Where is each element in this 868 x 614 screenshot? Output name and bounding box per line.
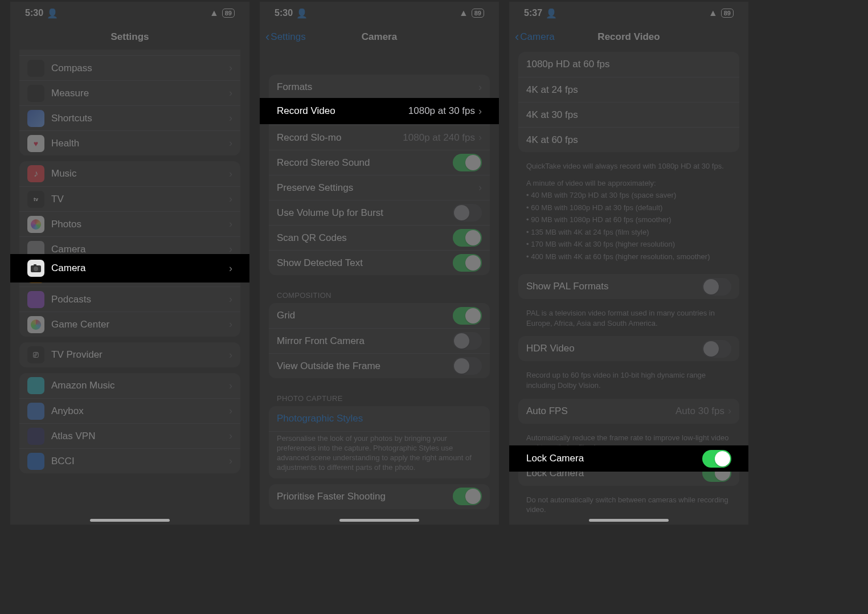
highlight-lock-camera[interactable]: Lock Camera [509, 445, 748, 472]
shortcuts-icon [27, 110, 44, 127]
toggle-detected-text[interactable] [453, 254, 482, 272]
toggle-grid[interactable] [453, 307, 482, 325]
toggle-lock-camera-highlight[interactable] [702, 450, 731, 468]
option-4k60[interactable]: 4K at 60 fps [518, 127, 739, 152]
approx-400: • 400 MB with 4K at 60 fps (higher resol… [509, 252, 748, 269]
list-item-podcasts[interactable]: Podcasts› [19, 286, 240, 312]
music-icon: ♪ [27, 165, 44, 182]
row-photographic-styles[interactable]: Photographic Styles [269, 406, 490, 431]
tv-icon: tv [27, 191, 44, 208]
battery-icon: 89 [472, 9, 484, 18]
styles-footer: Personalise the look of your photos by b… [269, 431, 490, 478]
list-item-gamecenter[interactable]: Game Center› [19, 312, 240, 337]
row-record-slomo[interactable]: Record Slo-mo1080p at 240 fps› [269, 125, 490, 150]
row-grid[interactable]: Grid [269, 303, 490, 328]
row-stereo[interactable]: Record Stereo Sound [269, 150, 490, 175]
row-mirror[interactable]: Mirror Front Camera [269, 328, 490, 353]
highlight-camera[interactable]: Camera › [10, 254, 249, 283]
back-button[interactable]: ‹Camera [515, 31, 555, 43]
list-item-anybox[interactable]: Anybox› [19, 398, 240, 423]
status-bar: 5:37👤 ▲ 89 [509, 2, 748, 24]
highlight-record-video[interactable]: Record Video 1080p at 30 fps › [260, 98, 499, 124]
screen-settings: 5:30👤 ▲ 89 Settings › Compass› Measure› … [10, 2, 249, 525]
atlasvpn-icon [27, 428, 44, 445]
chevron-right-icon: › [478, 132, 482, 144]
list-item-music[interactable]: ♪Music› [19, 161, 240, 186]
chevron-right-icon: › [229, 263, 232, 275]
camera-icon [27, 260, 44, 277]
wifi-icon: ▲ [210, 8, 219, 18]
row-volume-burst[interactable]: Use Volume Up for Burst [269, 200, 490, 225]
list-item-health[interactable]: ♥Health› [19, 130, 240, 155]
row-pal[interactable]: Show PAL Formats [518, 274, 739, 299]
list-item-atlasvpn[interactable]: Atlas VPN› [19, 423, 240, 448]
option-4k24[interactable]: 4K at 24 fps [518, 77, 739, 102]
row-detected-text[interactable]: Show Detected Text [269, 250, 490, 275]
chevron-right-icon: › [229, 168, 232, 180]
section-photo: PHOTO CAPTURE [260, 384, 499, 406]
wifi-icon: ▲ [709, 8, 718, 18]
screen-camera-settings: 5:30👤 ▲ 89 ‹Settings Camera Formats› Rec… [260, 2, 499, 525]
chevron-right-icon: › [229, 293, 232, 305]
toggle-view-outside[interactable] [453, 357, 482, 375]
toggle-mirror[interactable] [453, 332, 482, 350]
svg-point-1 [34, 267, 38, 271]
toggle-prioritise[interactable] [453, 488, 482, 505]
list-item-amazonmusic[interactable]: Amazon Music› [19, 373, 240, 398]
list-item-compass[interactable]: Compass› [19, 55, 240, 80]
row-view-outside[interactable]: View Outside the Frame [269, 353, 490, 378]
bcci-icon [27, 453, 44, 470]
list-item-shortcuts[interactable]: Shortcuts› [19, 105, 240, 130]
toggle-stereo[interactable] [453, 154, 482, 171]
list-item-tvprovider[interactable]: ⎚TV Provider› [19, 342, 240, 367]
back-button[interactable]: ‹Settings [265, 31, 306, 43]
status-time: 5:30 [275, 8, 293, 18]
approx-135: • 135 MB with 4K at 24 fps (film style) [509, 227, 748, 240]
list-item-tv[interactable]: tvTV› [19, 186, 240, 211]
row-prioritise[interactable]: Prioritise Faster Shooting [269, 484, 490, 509]
chevron-right-icon: › [229, 405, 232, 417]
list-item-bcci[interactable]: BCCI› [19, 448, 240, 473]
approx-60: • 60 MB with 1080p HD at 30 fps (default… [509, 203, 748, 215]
page-title: Settings [110, 31, 149, 43]
home-indicator[interactable] [589, 519, 669, 522]
person-icon: 👤 [296, 8, 308, 19]
gamecenter-icon [27, 316, 44, 333]
row-autofps[interactable]: Auto FPSAuto 30 fps› [518, 399, 739, 424]
chevron-right-icon: › [229, 218, 232, 230]
chevron-right-icon: › [229, 455, 232, 467]
status-time: 5:30 [25, 8, 43, 18]
row-qr[interactable]: Scan QR Codes [269, 225, 490, 250]
status-time: 5:37 [524, 8, 542, 18]
amazonmusic-icon [27, 377, 44, 394]
tvprovider-icon: ⎚ [27, 346, 44, 363]
option-1080p60[interactable]: 1080p HD at 60 fps [518, 52, 739, 77]
toggle-hdr[interactable] [702, 340, 731, 358]
list-item-measure[interactable]: Measure› [19, 80, 240, 105]
battery-icon: 89 [222, 9, 235, 18]
chevron-right-icon: › [229, 430, 232, 442]
toggle-pal[interactable] [702, 278, 731, 296]
list-item-photos[interactable]: Photos› [19, 211, 240, 236]
pal-footer: PAL is a television video format used in… [509, 305, 748, 330]
toggle-qr[interactable] [453, 229, 482, 247]
chevron-right-icon: › [478, 105, 482, 117]
home-indicator[interactable] [339, 519, 419, 522]
hdr-footer: Record up to 60 fps video in 10-bit high… [509, 367, 748, 392]
home-indicator[interactable] [90, 519, 170, 522]
photos-icon [27, 216, 44, 233]
person-icon: 👤 [47, 8, 58, 19]
nav-bar: Settings [10, 24, 249, 50]
list-item[interactable]: › [19, 50, 240, 55]
chevron-right-icon: › [229, 62, 232, 74]
row-formats[interactable]: Formats› [269, 75, 490, 100]
status-bar: 5:30👤 ▲ 89 [10, 2, 249, 24]
health-icon: ♥ [27, 135, 44, 152]
chevron-right-icon: › [478, 182, 482, 194]
toggle-volume-burst[interactable] [453, 204, 482, 222]
option-4k30[interactable]: 4K at 30 fps [518, 102, 739, 127]
row-hdr[interactable]: HDR Video [518, 336, 739, 361]
row-preserve[interactable]: Preserve Settings› [269, 175, 490, 200]
measure-icon [27, 85, 44, 102]
nav-bar: ‹Camera Record Video [509, 24, 748, 50]
